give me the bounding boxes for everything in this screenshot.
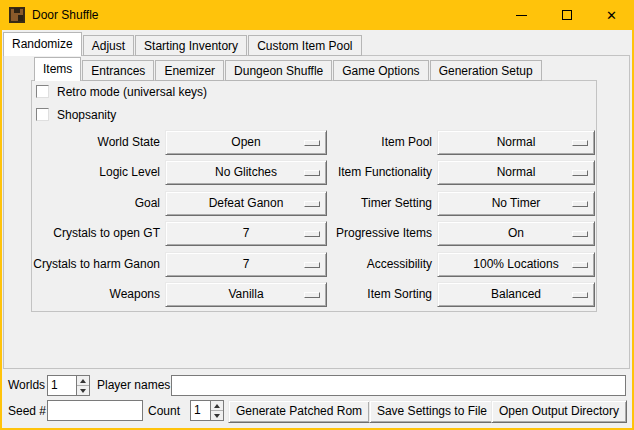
weapons-label: Weapons bbox=[14, 282, 160, 307]
item-functionality-dropdown[interactable]: Normal bbox=[437, 160, 595, 185]
shopsanity-checkbox[interactable]: Shopsanity bbox=[36, 107, 116, 122]
dropdown-indicator-icon bbox=[304, 231, 320, 237]
inner-tab-bar: Items Entrances Enemizer Dungeon Shuffle… bbox=[34, 57, 543, 81]
item-sorting-value: Balanced bbox=[491, 287, 541, 301]
checkbox-box-icon bbox=[36, 108, 49, 121]
dropdown-indicator-icon bbox=[572, 262, 588, 268]
shopsanity-label: Shopsanity bbox=[57, 108, 116, 122]
weapons-dropdown[interactable]: Vanilla bbox=[165, 282, 327, 307]
worlds-spin-arrows bbox=[76, 376, 89, 395]
dropdown-indicator-icon bbox=[572, 140, 588, 146]
tab-entrances[interactable]: Entrances bbox=[82, 60, 154, 81]
progressive-items-value: On bbox=[508, 226, 524, 240]
dropdown-indicator-icon bbox=[304, 140, 320, 146]
player-names-input[interactable] bbox=[171, 375, 626, 396]
logic-level-dropdown[interactable]: No Glitches bbox=[165, 160, 327, 185]
item-sorting-label: Item Sorting bbox=[322, 282, 432, 307]
spin-up-button[interactable] bbox=[211, 401, 223, 410]
weapons-value: Vanilla bbox=[228, 287, 263, 301]
world-state-label: World State bbox=[14, 130, 160, 155]
world-state-value: Open bbox=[231, 135, 260, 149]
titlebar[interactable]: Door Shuffle ✕ bbox=[0, 0, 634, 30]
worlds-label: Worlds bbox=[8, 375, 45, 396]
door-shuffle-window: Door Shuffle ✕ Randomize Adjust Starting… bbox=[0, 0, 634, 430]
save-settings-button[interactable]: Save Settings to File bbox=[369, 400, 495, 423]
maximize-button[interactable] bbox=[544, 0, 589, 30]
accessibility-dropdown[interactable]: 100% Locations bbox=[437, 252, 595, 277]
item-functionality-value: Normal bbox=[497, 165, 536, 179]
spin-up-button[interactable] bbox=[77, 376, 89, 385]
goal-dropdown[interactable]: Defeat Ganon bbox=[165, 191, 327, 216]
spin-up-icon bbox=[214, 404, 220, 408]
dropdown-indicator-icon bbox=[572, 231, 588, 237]
close-button[interactable]: ✕ bbox=[589, 0, 634, 30]
seed-input[interactable] bbox=[47, 400, 143, 421]
item-pool-dropdown[interactable]: Normal bbox=[437, 130, 595, 155]
count-label: Count bbox=[148, 401, 180, 422]
goal-label: Goal bbox=[14, 191, 160, 216]
tab-dungeon-shuffle[interactable]: Dungeon Shuffle bbox=[225, 60, 332, 81]
generate-patched-rom-button[interactable]: Generate Patched Rom bbox=[228, 400, 370, 423]
logic-level-value: No Glitches bbox=[215, 165, 277, 179]
open-output-directory-button[interactable]: Open Output Directory bbox=[491, 400, 627, 423]
timer-setting-label: Timer Setting bbox=[322, 191, 432, 216]
accessibility-label: Accessibility bbox=[322, 252, 432, 277]
goal-value: Defeat Ganon bbox=[209, 196, 284, 210]
logic-level-label: Logic Level bbox=[14, 160, 160, 185]
item-pool-value: Normal bbox=[497, 135, 536, 149]
count-value: 1 bbox=[191, 401, 210, 420]
dropdown-indicator-icon bbox=[572, 201, 588, 207]
worlds-spinbox[interactable]: 1 bbox=[47, 375, 90, 396]
tab-custom-item-pool[interactable]: Custom Item Pool bbox=[248, 35, 361, 56]
crystals-ganon-value: 7 bbox=[243, 257, 250, 271]
dropdown-indicator-icon bbox=[304, 262, 320, 268]
dropdown-indicator-icon bbox=[304, 170, 320, 176]
count-spinbox[interactable]: 1 bbox=[190, 400, 224, 421]
minimize-button[interactable] bbox=[499, 0, 544, 30]
progressive-items-dropdown[interactable]: On bbox=[437, 221, 595, 246]
progressive-items-label: Progressive Items bbox=[322, 221, 432, 246]
dropdown-indicator-icon bbox=[572, 292, 588, 298]
retro-mode-checkbox[interactable]: Retro mode (universal keys) bbox=[36, 84, 207, 99]
player-names-label: Player names bbox=[97, 375, 170, 396]
tab-game-options[interactable]: Game Options bbox=[333, 60, 428, 81]
maximize-icon bbox=[562, 10, 572, 20]
dropdown-indicator-icon bbox=[304, 292, 320, 298]
crystals-ganon-label: Crystals to harm Ganon bbox=[14, 252, 160, 277]
tab-starting-inventory[interactable]: Starting Inventory bbox=[135, 35, 247, 56]
checkbox-box-icon bbox=[36, 85, 49, 98]
crystals-gt-value: 7 bbox=[243, 226, 250, 240]
spin-down-button[interactable] bbox=[211, 410, 223, 420]
seed-label: Seed # bbox=[8, 401, 46, 422]
item-pool-label: Item Pool bbox=[322, 130, 432, 155]
item-functionality-label: Item Functionality bbox=[322, 160, 432, 185]
crystals-ganon-dropdown[interactable]: 7 bbox=[165, 252, 327, 277]
spin-up-icon bbox=[80, 379, 86, 383]
dropdown-indicator-icon bbox=[304, 201, 320, 207]
tab-generation-setup[interactable]: Generation Setup bbox=[430, 60, 542, 81]
worlds-value: 1 bbox=[48, 376, 76, 395]
timer-setting-value: No Timer bbox=[492, 196, 541, 210]
minimize-icon bbox=[516, 15, 527, 16]
crystals-gt-label: Crystals to open GT bbox=[14, 221, 160, 246]
retro-mode-label: Retro mode (universal keys) bbox=[57, 85, 207, 99]
accessibility-value: 100% Locations bbox=[473, 257, 558, 271]
spin-down-icon bbox=[214, 414, 220, 418]
tab-enemizer[interactable]: Enemizer bbox=[155, 60, 224, 81]
dropdown-indicator-icon bbox=[572, 170, 588, 176]
world-state-dropdown[interactable]: Open bbox=[165, 130, 327, 155]
timer-setting-dropdown[interactable]: No Timer bbox=[437, 191, 595, 216]
door-icon bbox=[9, 7, 25, 23]
spin-down-icon bbox=[80, 389, 86, 393]
close-icon: ✕ bbox=[606, 9, 617, 22]
count-spin-arrows bbox=[210, 401, 223, 420]
spin-down-button[interactable] bbox=[77, 385, 89, 395]
window-title: Door Shuffle bbox=[32, 0, 99, 30]
crystals-gt-dropdown[interactable]: 7 bbox=[165, 221, 327, 246]
outer-tab-bar: Randomize Adjust Starting Inventory Cust… bbox=[3, 32, 363, 56]
tab-adjust[interactable]: Adjust bbox=[83, 35, 134, 56]
item-sorting-dropdown[interactable]: Balanced bbox=[437, 282, 595, 307]
tab-items[interactable]: Items bbox=[34, 57, 81, 81]
tab-randomize[interactable]: Randomize bbox=[3, 32, 82, 56]
